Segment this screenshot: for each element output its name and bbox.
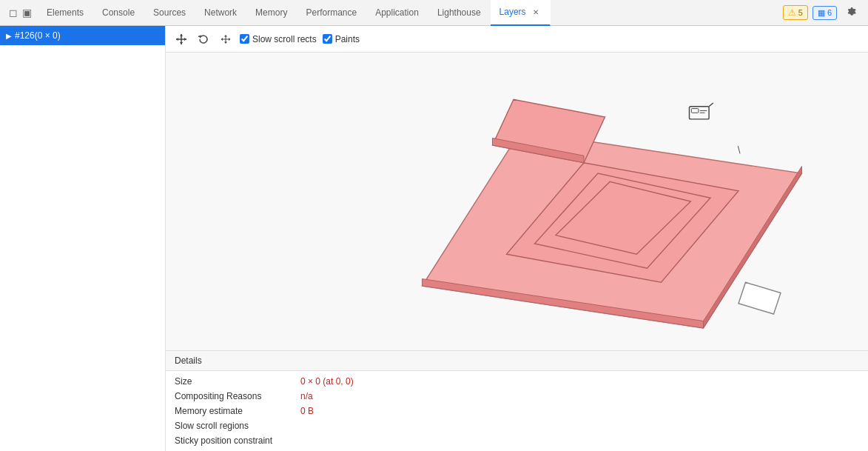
tab-console-label: Console bbox=[102, 7, 135, 18]
details-row-slow-scroll: Slow scroll regions bbox=[166, 418, 868, 433]
main-layout: ▶ #126(0 × 0) bbox=[0, 26, 868, 451]
right-panel: Slow scroll rects Paints bbox=[166, 26, 868, 451]
memory-value: 0 B bbox=[300, 406, 314, 416]
devtools-icon: ◻ bbox=[9, 7, 18, 19]
size-value: 0 × 0 (at 0, 0) bbox=[300, 376, 354, 387]
slow-scroll-label: Slow scroll rects bbox=[252, 34, 317, 44]
tab-application-label: Application bbox=[375, 7, 419, 18]
details-row-compositing: Compositing Reasons n/a bbox=[166, 389, 868, 404]
layers-toolbar: Slow scroll rects Paints bbox=[166, 26, 868, 53]
layer-visualization: | bbox=[362, 61, 806, 342]
tab-memory-label: Memory bbox=[255, 7, 287, 18]
messages-badge[interactable]: ▦ 6 bbox=[813, 6, 837, 20]
warnings-count: 5 bbox=[798, 8, 803, 17]
warnings-badge[interactable]: ⚠ 5 bbox=[783, 5, 808, 20]
tab-layers-close[interactable]: ✕ bbox=[531, 7, 541, 17]
tab-performance-label: Performance bbox=[306, 7, 357, 18]
tab-memory[interactable]: Memory bbox=[246, 0, 297, 26]
slow-scroll-toggle[interactable]: Slow scroll rects bbox=[240, 34, 317, 44]
tab-bar: ◻ ▣ Elements Console Sources Network Mem… bbox=[0, 0, 868, 26]
details-row-memory: Memory estimate 0 B bbox=[166, 404, 868, 418]
svg-text:|: | bbox=[736, 144, 741, 153]
size-label: Size bbox=[175, 376, 300, 387]
details-row-sticky: Sticky position constraint bbox=[166, 433, 868, 448]
svg-line-13 bbox=[709, 103, 713, 107]
layer-canvas[interactable]: | bbox=[166, 53, 868, 350]
tab-lighthouse-label: Lighthouse bbox=[437, 7, 481, 18]
tab-network[interactable]: Network bbox=[195, 0, 246, 26]
layer-svg: | bbox=[362, 61, 806, 342]
sidebar-item-label: #126(0 × 0) bbox=[15, 30, 61, 41]
warning-icon: ⚠ bbox=[788, 7, 796, 18]
details-row-size: Size 0 × 0 (at 0, 0) bbox=[166, 374, 868, 389]
details-panel: Details Size 0 × 0 (at 0, 0) Compositing… bbox=[166, 350, 868, 451]
message-icon: ▦ bbox=[818, 8, 825, 18]
details-header: Details bbox=[166, 351, 868, 371]
tab-layers[interactable]: Layers ✕ bbox=[491, 0, 551, 26]
paints-checkbox[interactable] bbox=[323, 34, 332, 44]
add-tool-button[interactable] bbox=[173, 31, 189, 47]
tab-console[interactable]: Console bbox=[93, 0, 144, 26]
tab-network-label: Network bbox=[204, 7, 237, 18]
messages-count: 6 bbox=[827, 8, 832, 17]
compositing-value: n/a bbox=[300, 391, 313, 401]
svg-marker-8 bbox=[739, 282, 781, 314]
cursor-icon: ▣ bbox=[22, 7, 32, 19]
sidebar: ▶ #126(0 × 0) bbox=[0, 26, 166, 451]
expand-icon: ▶ bbox=[6, 32, 12, 40]
paints-label: Paints bbox=[335, 34, 360, 44]
pan-tool-button[interactable] bbox=[218, 31, 234, 47]
details-table: Size 0 × 0 (at 0, 0) Compositing Reasons… bbox=[166, 371, 868, 451]
tab-elements[interactable]: Elements bbox=[38, 0, 93, 26]
tab-list: ◻ ▣ Elements Console Sources Network Mem… bbox=[3, 0, 551, 25]
slow-scroll-regions-label: Slow scroll regions bbox=[175, 421, 300, 431]
slow-scroll-checkbox[interactable] bbox=[240, 34, 249, 44]
svg-rect-10 bbox=[691, 109, 699, 113]
tab-application[interactable]: Application bbox=[366, 0, 428, 26]
tab-elements-label: Elements bbox=[47, 7, 84, 18]
tab-layers-label: Layers bbox=[499, 7, 526, 17]
sticky-label: Sticky position constraint bbox=[175, 435, 300, 446]
tab-performance[interactable]: Performance bbox=[297, 0, 366, 26]
tab-lighthouse[interactable]: Lighthouse bbox=[428, 0, 491, 26]
settings-button[interactable] bbox=[841, 2, 862, 23]
sidebar-item-126[interactable]: ▶ #126(0 × 0) bbox=[0, 26, 165, 45]
memory-label: Memory estimate bbox=[175, 406, 300, 416]
compositing-label: Compositing Reasons bbox=[175, 391, 300, 401]
paints-toggle[interactable]: Paints bbox=[323, 34, 360, 44]
tab-sources-label: Sources bbox=[153, 7, 186, 18]
rotate-tool-button[interactable] bbox=[195, 31, 212, 47]
tab-sources[interactable]: Sources bbox=[144, 0, 195, 26]
tab-bar-actions: ⚠ 5 ▦ 6 bbox=[783, 0, 868, 25]
